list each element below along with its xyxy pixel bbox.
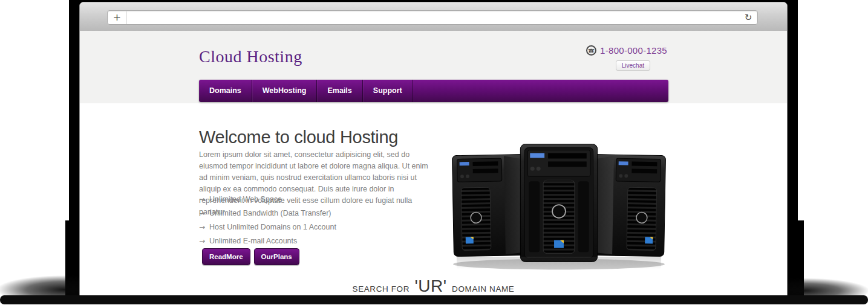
livechat-button[interactable]: Livechat: [616, 60, 650, 71]
browser-toolbar: + ↻: [80, 2, 787, 31]
page-title: Welcome to cloud Hosting: [199, 127, 398, 147]
url-bar: + ↻: [107, 10, 758, 25]
nav-item-support[interactable]: Support: [363, 80, 413, 102]
server-towers-image: [451, 144, 667, 272]
phone-block: ☎ 1-800-000-1235: [586, 45, 667, 56]
plus-icon: +: [113, 13, 121, 22]
site-logo[interactable]: Cloud Hosting: [199, 47, 302, 66]
search-banner-prefix: SEARCH FOR: [353, 284, 410, 294]
arrow-icon: →: [199, 223, 205, 231]
browser-window: + ↻ Cloud Hosting ☎ 1-800-000-1235 Livec…: [79, 2, 788, 304]
cta-buttons: ReadMore OurPlans: [202, 248, 299, 265]
new-tab-button[interactable]: +: [108, 11, 127, 24]
feature-item: → Host Unlimited Domains on 1 Account: [199, 220, 336, 234]
nav-item-webhosting[interactable]: WebHosting: [252, 80, 318, 102]
url-input[interactable]: [127, 12, 739, 23]
feature-label: Unlimited E-mail Accounts: [209, 237, 297, 245]
feature-item: → Unlimited Bandwidth (Data Transfer): [199, 206, 336, 220]
main-nav: Domains WebHosting Emails Support: [199, 80, 668, 102]
feature-label: Unlimited Web Space: [209, 195, 282, 204]
phone-number: 1-800-000-1235: [600, 45, 667, 56]
reload-icon: ↻: [745, 13, 752, 22]
readmore-button[interactable]: ReadMore: [202, 248, 250, 265]
ourplans-button[interactable]: OurPlans: [254, 248, 299, 265]
search-banner-highlight: 'UR': [415, 277, 447, 295]
reload-button[interactable]: ↻: [739, 11, 757, 24]
arrow-icon: →: [199, 237, 205, 245]
feature-label: Unlimited Bandwidth (Data Transfer): [209, 209, 331, 217]
arrow-icon: →: [199, 209, 205, 217]
feature-item: → Unlimited Web Space: [199, 192, 336, 206]
phone-icon: ☎: [586, 45, 596, 56]
search-domain-banner: SEARCH FOR 'UR' DOMAIN NAME: [80, 277, 787, 296]
feature-item: → Unlimited E-mail Accounts: [199, 234, 336, 248]
feature-label: Host Unlimited Domains on 1 Account: [209, 223, 336, 231]
search-banner-suffix: DOMAIN NAME: [452, 284, 514, 294]
features-list: → Unlimited Web Space → Unlimited Bandwi…: [199, 192, 336, 248]
window-shadow-bottom-band: [0, 295, 868, 304]
nav-item-emails[interactable]: Emails: [317, 80, 362, 102]
arrow-icon: →: [199, 195, 205, 204]
nav-item-domains[interactable]: Domains: [199, 80, 252, 102]
